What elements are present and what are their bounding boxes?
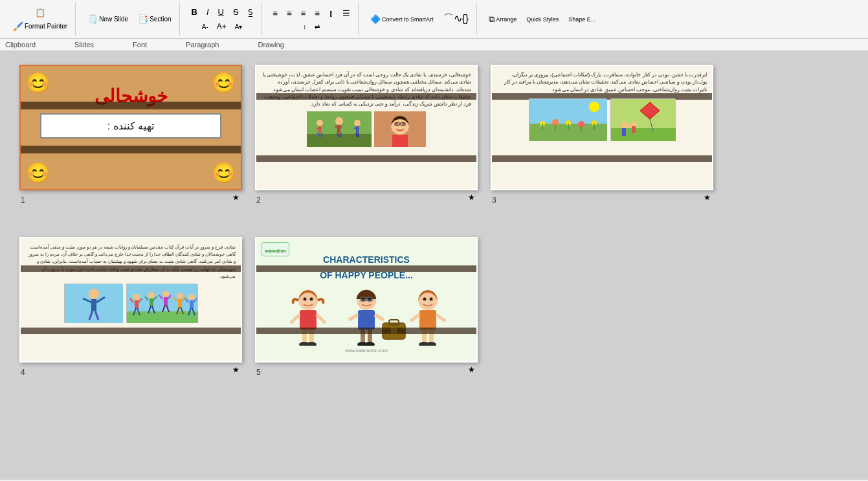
smiley-bottom-right: 😊	[212, 161, 236, 184]
slide-container-1[interactable]: 😊 😊 😊 😊 خوشحالی تهیه کننده :	[19, 65, 242, 190]
align-right-icon: ≡	[301, 8, 306, 18]
convert-smartart-label: Convert to SmartArt	[382, 16, 434, 23]
section-icon: 📑	[138, 14, 148, 24]
slide-container-2[interactable]: خوشحالی، خرسندی، یا شادی یک حالت روحی اس…	[255, 65, 478, 190]
slide4-image-1	[64, 284, 122, 322]
shape-effects-button[interactable]: Shape E...	[564, 14, 599, 25]
arrange-label: Arrange	[496, 16, 517, 23]
font-label: Font	[133, 41, 147, 49]
columns-button[interactable]: ⫿	[325, 6, 337, 20]
slide-2[interactable]: خوشحالی، خرسندی، یا شادی یک حالت روحی اس…	[256, 66, 476, 189]
italic-label: I	[206, 7, 209, 17]
slide-3[interactable]: ابرقدرت با جشن، بودن در کنار خانواده، مس…	[492, 66, 712, 189]
svg-line-91	[291, 315, 300, 323]
svg-line-119	[436, 315, 445, 321]
svg-rect-103	[358, 310, 375, 330]
svg-point-89	[310, 298, 313, 301]
group-jumping-svg	[127, 284, 198, 323]
svg-rect-43	[622, 128, 626, 136]
strikethrough-button[interactable]: S	[229, 5, 243, 19]
children-running-svg	[307, 111, 372, 147]
justify-icon: ≡	[315, 8, 320, 18]
slide2-star: ★	[468, 193, 475, 205]
svg-point-81	[188, 294, 195, 300]
slide-wrapper-5[interactable]: animation CHARACTERISTICS OF HAPPY PEOPL…	[255, 237, 478, 377]
format-painter-label: Format Painter	[25, 23, 67, 30]
align-left-button[interactable]: ≡	[269, 6, 282, 20]
slide-container-4[interactable]: شادی، فرح و سرور در آیات قرآن کتاب مقدس …	[19, 237, 242, 363]
shape-effects-label: Shape E...	[568, 16, 595, 23]
svg-point-44	[631, 121, 636, 126]
slide3-image-kite	[610, 98, 675, 140]
svg-point-2	[317, 120, 323, 126]
svg-rect-58	[135, 300, 139, 308]
slide-4[interactable]: شادی، فرح و سرور در آیات قرآن کتاب مقدس …	[21, 238, 241, 361]
slide-container-3[interactable]: ابرقدرت با جشن، بودن در کنار خانواده، مس…	[491, 65, 713, 190]
slide3-star: ★	[704, 193, 711, 205]
underline-label: U	[218, 7, 224, 17]
svg-rect-64	[150, 298, 153, 306]
section-button[interactable]: 📑 Section	[134, 12, 175, 26]
slide-5[interactable]: animation CHARACTERISTICS OF HAPPY PEOPL…	[256, 238, 476, 361]
quick-styles-label: Quick Styles	[526, 16, 559, 23]
smiley-top-left: 😊	[26, 71, 50, 94]
font-size-increase[interactable]: A+	[213, 20, 230, 33]
paste-button[interactable]: 📋	[31, 6, 49, 19]
align-right-button[interactable]: ≡	[297, 6, 310, 20]
section-label: Section	[150, 16, 171, 23]
format-painter-button[interactable]: 🖌️ Format Painter	[9, 19, 71, 33]
svg-rect-3	[318, 126, 321, 133]
svg-rect-45	[632, 126, 636, 133]
new-slide-button[interactable]: 🗒️ New Slide	[83, 12, 132, 26]
slide-wrapper-3[interactable]: ابرقدرت با جشن، بودن در کنار خانواده، مس…	[491, 65, 713, 205]
svg-rect-39	[611, 128, 676, 141]
girl-photo-svg	[374, 111, 426, 147]
svg-rect-24	[392, 135, 408, 147]
bold-button[interactable]: B	[188, 5, 201, 19]
text-direction-button[interactable]: ⇄	[311, 21, 324, 32]
justify-button[interactable]: ≡	[311, 6, 324, 20]
slide4-image-2	[126, 284, 197, 322]
bullets-button[interactable]: ☰	[339, 6, 354, 20]
svg-rect-47	[628, 128, 630, 133]
drawing-group: 🔷 Convert to SmartArt ⌒∿{}	[362, 3, 477, 36]
svg-point-37	[589, 102, 599, 112]
shapes-button[interactable]: ⌒∿{}	[440, 10, 473, 28]
shadow-button[interactable]: S̲	[244, 6, 257, 19]
slide-wrapper-4[interactable]: شادی، فرح و سرور در آیات قرآن کتاب مقدس …	[19, 237, 242, 377]
quick-styles-button[interactable]: Quick Styles	[522, 14, 562, 25]
line-spacing-button[interactable]: ↕	[299, 21, 310, 32]
slide-wrapper-1[interactable]: 😊 😊 😊 😊 خوشحالی تهیه کننده : 1 ★	[19, 65, 242, 205]
font-color-button[interactable]: A▾	[231, 21, 247, 32]
slide-1[interactable]: 😊 😊 😊 😊 خوشحالی تهیه کننده :	[21, 66, 241, 189]
slide1-band-top	[21, 102, 241, 109]
paragraph-group: ≡ ≡ ≡ ≡ ⫿ ☰ ↕ ⇄	[265, 3, 359, 36]
drawing-label: Drawing	[258, 41, 284, 49]
bold-label: B	[192, 7, 197, 17]
slide-number-4: 4	[21, 368, 25, 377]
font-size-decrease[interactable]: A-	[198, 21, 212, 32]
svg-line-16	[358, 133, 359, 137]
flower-field-svg	[529, 99, 607, 141]
slide2-text: خوشحالی، خرسندی، یا شادی یک حالت روحی اس…	[262, 71, 471, 107]
slides-group: 🗒️ New Slide 📑 Section	[80, 3, 179, 36]
svg-rect-82	[190, 300, 194, 308]
format-painter-icon: 🖌️	[13, 21, 23, 31]
svg-line-92	[317, 315, 326, 323]
arrange-icon: ⧉	[489, 14, 495, 25]
slide-number-2: 2	[256, 196, 261, 205]
slide-wrapper-2[interactable]: خوشحالی، خرسندی، یا شادی یک حالت روحی اس…	[255, 65, 478, 205]
slide-container-5[interactable]: animation CHARACTERISTICS OF HAPPY PEOPL…	[255, 237, 478, 363]
svg-point-69	[162, 291, 169, 297]
underline-button[interactable]: U	[214, 5, 228, 19]
italic-button[interactable]: I	[203, 5, 213, 19]
slide2-band-bottom	[256, 155, 476, 162]
smiley-top-right: 😊	[212, 71, 236, 94]
arrange-button[interactable]: ⧉ Arrange	[485, 12, 520, 27]
text-direction-icon: ⇄	[315, 23, 320, 30]
svg-point-7	[335, 117, 343, 125]
convert-smartart-button[interactable]: 🔷 Convert to SmartArt	[366, 12, 438, 26]
align-center-button[interactable]: ≡	[283, 6, 296, 20]
jumping-person-svg	[65, 284, 123, 323]
svg-rect-30	[555, 124, 556, 131]
